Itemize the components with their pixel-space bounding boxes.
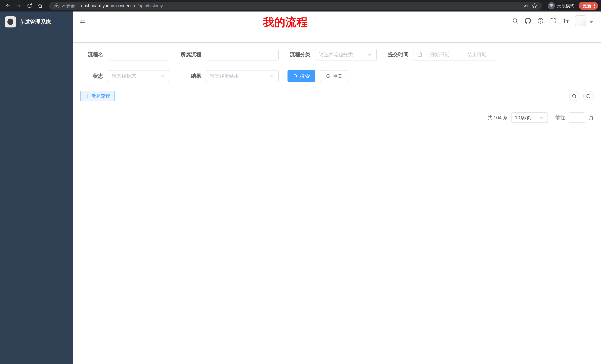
reset-button-label: 重置	[333, 73, 342, 79]
security-label[interactable]: 不安全	[62, 3, 75, 9]
incognito-icon	[548, 2, 555, 9]
status-placeholder: 请选择状态	[112, 73, 136, 79]
github-icon[interactable]	[525, 18, 531, 24]
address-bar[interactable]: 不安全 | dashboard.yudao.iocoder.cn/bpm/tas…	[49, 2, 542, 10]
search-button-label: 搜索	[300, 73, 310, 79]
total-count: 共 104 条	[487, 115, 508, 121]
chevron-down-icon	[539, 115, 545, 121]
process-name-input[interactable]	[108, 49, 169, 60]
fullscreen-icon[interactable]	[550, 18, 556, 24]
tags-view	[73, 30, 601, 43]
logo[interactable]: 芋道管理系统	[0, 11, 73, 32]
security-warning-icon[interactable]	[53, 3, 60, 9]
result-label: 结果	[178, 73, 201, 80]
browser-home-button[interactable]	[35, 1, 45, 11]
chevron-down-icon	[367, 52, 372, 57]
refresh-icon	[326, 74, 331, 78]
category-select[interactable]: 请选择流程分类	[315, 49, 377, 60]
user-menu[interactable]	[575, 15, 594, 26]
filter-row-2: 状态 请选择状态 结果 请选择流结果 搜索	[80, 70, 594, 82]
browser-update-button[interactable]: 更新	[579, 2, 598, 10]
browser-forward-button[interactable]	[14, 1, 24, 11]
browser-chrome: 不安全 | dashboard.yudao.iocoder.cn/bpm/tas…	[0, 0, 601, 11]
submit-time-range-picker[interactable]: 开始日期 - 结束日期	[413, 49, 496, 60]
status-select[interactable]: 请选择状态	[108, 70, 169, 82]
incognito-badge: 无痕模式	[546, 2, 576, 9]
forward-arrow-icon	[16, 3, 21, 9]
goto-page-input[interactable]	[569, 112, 585, 123]
avatar[interactable]	[575, 15, 586, 26]
plus-icon	[85, 94, 90, 98]
browser-reload-button[interactable]	[25, 1, 35, 11]
bookmark-star-icon[interactable]	[531, 3, 538, 9]
font-size-icon[interactable]: TT	[562, 18, 569, 24]
help-icon[interactable]	[537, 18, 544, 24]
page-size-select[interactable]: 10条/页	[511, 112, 548, 123]
incognito-label: 无痕模式	[557, 3, 574, 9]
refresh-table-button[interactable]	[583, 91, 594, 101]
result-placeholder: 请选择流结果	[210, 73, 239, 79]
refresh-icon	[586, 94, 591, 99]
page-content: 流程名 所属流程 流程分类 请选择流程分类 提交时间	[73, 43, 601, 364]
goto-label: 前往	[555, 115, 565, 121]
chevron-down-icon	[159, 73, 165, 79]
category-placeholder: 请选择流程分类	[319, 51, 353, 58]
reload-icon	[27, 3, 32, 9]
search-button[interactable]: 搜索	[288, 70, 315, 82]
start-date-placeholder[interactable]: 开始日期	[425, 51, 455, 58]
end-date-placeholder[interactable]: 结束日期	[461, 51, 492, 58]
menu-dots-icon[interactable]	[592, 3, 597, 8]
filter-row-1: 流程名 所属流程 流程分类 请选择流程分类 提交时间	[80, 49, 594, 60]
chevron-down-icon	[269, 73, 274, 79]
result-select[interactable]: 请选择流结果	[206, 70, 279, 82]
caret-down-icon	[588, 19, 594, 25]
annotation-overlay: 我的流程	[263, 15, 308, 30]
navbar-actions: TT	[512, 15, 594, 26]
toolbar-right-icons	[569, 91, 594, 101]
url-path: /bpm/task/my	[137, 3, 163, 8]
submit-time-label: 提交时间	[386, 51, 409, 58]
process-definition-input[interactable]	[206, 49, 279, 60]
update-label: 更新	[583, 3, 591, 9]
top-navbar: TT	[73, 11, 601, 30]
page-size-value: 10条/页	[515, 115, 531, 121]
process-name-label: 流程名	[80, 51, 103, 58]
sidebar: 芋道管理系统	[0, 11, 73, 364]
goto-unit: 页	[589, 115, 594, 121]
home-icon	[38, 3, 43, 9]
process-definition-label: 所属流程	[178, 51, 201, 58]
app-title: 芋道管理系统	[20, 18, 51, 25]
search-icon[interactable]	[512, 18, 518, 24]
search-icon	[293, 74, 298, 78]
date-range-separator: -	[458, 52, 459, 57]
status-label: 状态	[80, 73, 103, 80]
start-process-button[interactable]: 发起流程	[80, 91, 115, 101]
search-icon	[572, 94, 577, 99]
url-divider: |	[78, 3, 79, 8]
url-host: dashboard.yudao.iocoder.cn	[81, 3, 135, 8]
reset-button[interactable]: 重置	[320, 70, 348, 82]
back-arrow-icon	[5, 3, 11, 9]
browser-back-button[interactable]	[3, 1, 13, 11]
pagination: 共 104 条 10条/页 前往 页	[80, 112, 594, 123]
sidebar-toggle-icon[interactable]	[80, 18, 85, 24]
logo-image	[5, 16, 16, 28]
calendar-icon	[417, 52, 422, 57]
toggle-search-button[interactable]	[569, 91, 580, 101]
category-label: 流程分类	[288, 51, 311, 58]
password-key-icon[interactable]	[523, 3, 529, 9]
table-toolbar: 发起流程	[80, 91, 594, 101]
start-process-label: 发起流程	[91, 93, 110, 99]
